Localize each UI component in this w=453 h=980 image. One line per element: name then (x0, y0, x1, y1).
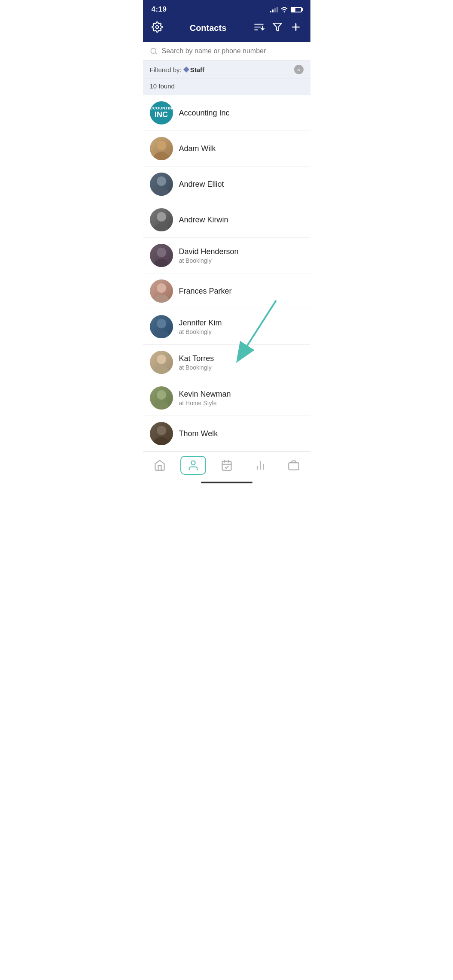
wifi-icon (280, 6, 288, 12)
filter-button[interactable] (272, 21, 283, 34)
svg-point-16 (157, 212, 166, 221)
contact-info: Andrew Elliot (179, 180, 304, 189)
settings-button[interactable] (152, 21, 163, 34)
nav-item-stats[interactable] (247, 458, 273, 473)
person-silhouette (150, 422, 173, 445)
contact-name: Adam Wilk (179, 144, 304, 153)
svg-point-0 (155, 26, 158, 29)
svg-point-21 (154, 294, 169, 303)
page-title: Contacts (190, 23, 227, 33)
header: Contacts (143, 17, 310, 42)
search-input[interactable] (162, 47, 304, 55)
svg-point-18 (157, 248, 166, 257)
contact-info: Jennifer Kim at Bookingly (179, 319, 304, 335)
svg-point-26 (157, 390, 166, 400)
person-silhouette (150, 351, 173, 374)
home-indicator (143, 478, 310, 488)
svg-point-23 (154, 330, 169, 338)
contact-info: Adam Wilk (179, 144, 304, 153)
contact-company: at Bookingly (179, 364, 304, 371)
contact-info: Accounting Inc (179, 109, 304, 118)
filter-icon (272, 21, 283, 33)
contact-name: Accounting Inc (179, 109, 304, 118)
svg-point-12 (157, 141, 166, 150)
list-item[interactable]: Andrew Elliot (143, 167, 310, 202)
status-icons (270, 6, 302, 12)
svg-rect-33 (222, 461, 231, 470)
svg-point-24 (157, 355, 166, 364)
list-item[interactable]: Kevin Newman at Home Style (143, 380, 310, 416)
status-time: 4:19 (152, 5, 167, 14)
list-item[interactable]: Adam Wilk (143, 131, 310, 167)
avatar: ACCOUNTING INC (150, 101, 173, 124)
svg-point-29 (154, 437, 169, 445)
bottom-nav (143, 451, 310, 478)
search-bar (143, 42, 310, 61)
avatar (150, 315, 173, 338)
home-bar (201, 482, 252, 483)
contact-name: Andrew Kirwin (179, 215, 304, 225)
battery-icon (291, 7, 302, 12)
plus-icon (290, 21, 301, 33)
filter-banner: Filtered by: Staff × (143, 61, 310, 79)
nav-item-contacts[interactable] (180, 456, 206, 475)
nav-item-calendar[interactable] (214, 458, 240, 473)
svg-rect-40 (289, 463, 298, 470)
svg-point-25 (154, 366, 169, 374)
list-item[interactable]: ACCOUNTING INC Accounting Inc (143, 95, 310, 131)
contact-company: at Bookingly (179, 257, 304, 264)
list-item[interactable]: Frances Parker (143, 273, 310, 309)
contact-name: Andrew Elliot (179, 180, 304, 189)
contact-info: Thom Welk (179, 429, 304, 438)
list-item[interactable]: Jennifer Kim at Bookingly (143, 309, 310, 345)
results-count: 10 found (150, 82, 175, 90)
avatar (150, 386, 173, 410)
contact-name: David Henderson (179, 247, 304, 256)
avatar (150, 244, 173, 267)
list-item[interactable]: Andrew Kirwin (143, 202, 310, 238)
calendar-nav-icon (221, 459, 233, 471)
search-icon (150, 47, 158, 55)
list-item[interactable]: Kat Torres at Bookingly (143, 345, 310, 380)
svg-line-9 (155, 52, 156, 54)
svg-point-17 (154, 223, 169, 231)
person-silhouette (150, 315, 173, 338)
avatar (150, 137, 173, 160)
avatar (150, 351, 173, 374)
contact-name: Thom Welk (179, 429, 304, 438)
nav-item-home[interactable] (147, 458, 173, 473)
avatar (150, 422, 173, 445)
signal-icon (270, 6, 278, 12)
tag-diamond-icon (183, 67, 189, 73)
avatar (150, 279, 173, 303)
person-silhouette (150, 208, 173, 231)
contact-info: Kat Torres at Bookingly (179, 354, 304, 371)
person-silhouette (150, 244, 173, 267)
filter-tag-label: Staff (190, 66, 204, 73)
contact-company: at Bookingly (179, 328, 304, 335)
count-bar: 10 found (143, 79, 310, 95)
svg-point-22 (157, 319, 166, 328)
contact-info: David Henderson at Bookingly (179, 247, 304, 264)
contact-name: Kevin Newman (179, 390, 304, 399)
sort-button[interactable] (253, 21, 265, 34)
add-button[interactable] (290, 21, 301, 34)
svg-point-13 (154, 152, 169, 160)
cases-nav-icon (288, 459, 300, 471)
gear-icon (152, 21, 163, 33)
filter-prefix: Filtered by: (150, 66, 182, 73)
nav-item-cases[interactable] (281, 458, 307, 473)
list-item[interactable]: Thom Welk (143, 416, 310, 451)
list-item[interactable]: David Henderson at Bookingly (143, 238, 310, 273)
contact-info: Kevin Newman at Home Style (179, 390, 304, 407)
contact-name: Kat Torres (179, 354, 304, 363)
svg-point-28 (157, 426, 166, 435)
filter-close-button[interactable]: × (294, 65, 304, 74)
svg-point-20 (157, 283, 166, 293)
person-silhouette (150, 173, 173, 196)
person-silhouette (150, 137, 173, 160)
person-silhouette (150, 386, 173, 410)
svg-point-32 (191, 461, 195, 465)
svg-point-19 (154, 259, 169, 267)
avatar (150, 208, 173, 231)
